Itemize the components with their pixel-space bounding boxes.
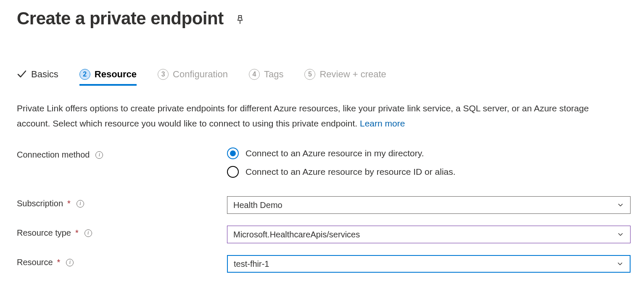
- field-label-text: Subscription: [17, 199, 63, 208]
- tab-label: Review + create: [319, 69, 386, 80]
- tab-review-create[interactable]: 5 Review + create: [304, 66, 386, 86]
- svg-rect-0: [238, 16, 241, 18]
- wizard-tabs: Basics 2 Resource 3 Configuration 4 Tags…: [17, 66, 627, 86]
- subscription-select[interactable]: Health Demo: [227, 196, 631, 214]
- info-icon[interactable]: i: [84, 229, 92, 237]
- tab-label: Resource: [95, 69, 137, 80]
- radio-label: Connect to an Azure resource in my direc…: [245, 148, 424, 158]
- chevron-down-icon: [616, 260, 624, 268]
- step-number-icon: 3: [158, 69, 169, 80]
- resource-select[interactable]: test-fhir-1: [227, 255, 631, 273]
- connection-method-label: Connection method i: [17, 147, 227, 160]
- subscription-label: Subscription * i: [17, 196, 227, 208]
- tab-description: Private Link offers options to create pr…: [17, 101, 618, 131]
- required-indicator: *: [57, 258, 61, 267]
- resource-type-select[interactable]: Microsoft.HealthcareApis/services: [227, 226, 631, 243]
- field-label-text: Resource: [17, 258, 53, 267]
- tab-configuration[interactable]: 3 Configuration: [158, 66, 228, 86]
- tab-tags[interactable]: 4 Tags: [249, 66, 283, 86]
- tab-resource[interactable]: 2 Resource: [79, 66, 137, 86]
- required-indicator: *: [75, 228, 79, 238]
- resource-label: Resource * i: [17, 255, 227, 267]
- info-icon[interactable]: i: [77, 200, 84, 208]
- chevron-down-icon: [617, 231, 624, 238]
- learn-more-link[interactable]: Learn more: [360, 118, 405, 128]
- connection-method-radio-by-id[interactable]: Connect to an Azure resource by resource…: [227, 166, 627, 178]
- description-text: Private Link offers options to create pr…: [17, 103, 589, 128]
- step-number-icon: 4: [249, 69, 260, 80]
- connection-method-radio-my-directory[interactable]: Connect to an Azure resource in my direc…: [227, 147, 627, 159]
- checkmark-icon: [17, 69, 27, 79]
- tab-label: Configuration: [173, 69, 228, 80]
- resource-type-label: Resource type * i: [17, 226, 227, 238]
- info-icon[interactable]: i: [95, 151, 103, 159]
- tab-basics[interactable]: Basics: [17, 66, 58, 86]
- select-value: Health Demo: [233, 200, 282, 210]
- radio-icon: [227, 147, 239, 159]
- tab-label: Tags: [264, 69, 283, 80]
- radio-label: Connect to an Azure resource by resource…: [245, 167, 456, 177]
- field-label-text: Connection method: [17, 150, 90, 160]
- step-number-icon: 5: [304, 69, 315, 80]
- info-icon[interactable]: i: [66, 259, 74, 266]
- field-label-text: Resource type: [17, 228, 71, 238]
- select-value: test-fhir-1: [234, 259, 269, 269]
- radio-icon: [227, 166, 239, 178]
- tab-label: Basics: [31, 69, 58, 80]
- select-value: Microsoft.HealthcareApis/services: [233, 230, 360, 239]
- chevron-down-icon: [617, 201, 624, 209]
- step-number-icon: 2: [79, 69, 90, 80]
- required-indicator: *: [67, 199, 71, 208]
- page-title: Create a private endpoint: [17, 8, 224, 29]
- pin-icon[interactable]: [235, 13, 245, 24]
